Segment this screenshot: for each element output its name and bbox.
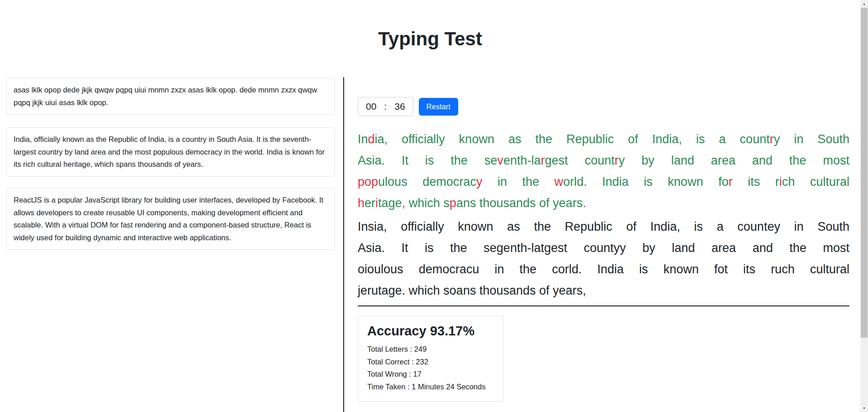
correct-char-segment: ans thousands of years [456,196,583,210]
total-correct-stat: Total Correct : 232 [367,356,494,368]
wrong-char-segment: , [402,196,406,210]
timer-colon: : [384,101,387,112]
wrong-char-segment: y [476,175,483,189]
timer-display: 00 : 36 [358,97,413,116]
wrong-char-segment: r [729,175,733,189]
scrollbar-up-icon[interactable]: ▲ [860,0,868,8]
sample-text-box-3[interactable]: ReactJS is a popular JavaScript library … [6,188,335,250]
scrollbar-down-icon[interactable]: ▼ [860,404,868,412]
typed-text-area[interactable]: Insia, officially known as the Republic … [358,216,849,306]
wrong-char-segment: r [770,132,774,146]
correct-char-segment: ia, officially known as the Republic of … [375,132,770,146]
wrong-char-segment: v [497,154,504,167]
correct-char-segment: Asia. It is the se [358,154,497,167]
reference-line: Asia. It is the seventh-largest country … [358,150,849,171]
wrong-char-segment: r [614,154,619,167]
typed-line: jerutage. which soans thousands of years… [358,280,849,301]
wrong-char-segment: p [450,196,456,210]
correct-char-segment: y by land area and the most [619,154,849,167]
typed-line: Insia, officially known as the Republic … [358,216,849,238]
typed-line: Asia. It is the segenth-latgest countyy … [358,238,849,259]
reference-paragraph: India, officially known as the Republic … [358,129,849,214]
correct-char-segment: in the [482,175,554,189]
correct-char-segment: y in South [774,132,849,146]
wrong-char-segment: . [583,196,586,210]
total-wrong-stat: Total Wrong : 17 [367,368,494,381]
wrong-char-segment: p [358,175,364,189]
correct-char-segment: ch cultural [782,175,849,189]
correct-char-segment: ulous democrac [378,175,476,189]
scrollbar[interactable]: ▲ ▼ [860,0,868,412]
time-taken-stat: Time Taken : 1 Minutes 24 Seconds [367,381,494,393]
sample-text-box-1[interactable]: asas lklk opop dede jkjk qwqw pqpq uiui … [6,78,335,115]
wrong-char-segment: o [364,175,371,189]
restart-button[interactable]: Restart [419,98,458,116]
timer-seconds: 36 [394,101,405,112]
correct-char-segment: enth-la [504,154,541,167]
page-title: Typing Test [0,28,860,50]
correct-char-segment: its r [733,175,779,189]
wrong-char-segment: d [368,132,375,146]
correct-char-segment: In [358,132,368,146]
sample-text-box-2[interactable]: India, officially known as the Republic … [6,127,335,177]
correct-char-segment: tage [378,196,402,210]
wrong-char-segment: w [554,175,563,189]
correct-char-segment: orld. India is known fo [563,175,729,189]
wrong-char-segment: r [541,154,545,167]
panel-divider [343,77,344,412]
wrong-char-segment: p [371,175,378,189]
total-letters-stat: Total Letters : 249 [367,343,494,356]
wrong-char-segment: h [358,196,364,210]
reference-line: populous democracy in the world. India i… [358,171,849,193]
reference-line: India, officially known as the Republic … [358,129,849,150]
accuracy-card: Accuracy 93.17% Total Letters : 249 Tota… [358,316,504,402]
correct-char-segment: er [364,196,375,210]
correct-char-segment: which s [405,196,450,210]
accuracy-title: Accuracy 93.17% [367,324,494,339]
scrollbar-thumb[interactable] [861,8,868,338]
timer-row: 00 : 36 Restart [358,97,849,116]
typing-test-panel: 00 : 36 Restart India, officially known … [358,97,849,402]
correct-char-segment: gest count [545,154,614,167]
timer-minutes: 00 [366,101,376,112]
typed-line: oioulous democracu in the corld. India i… [358,259,849,280]
reference-line: heritage, which spans thousands of years… [358,193,849,214]
